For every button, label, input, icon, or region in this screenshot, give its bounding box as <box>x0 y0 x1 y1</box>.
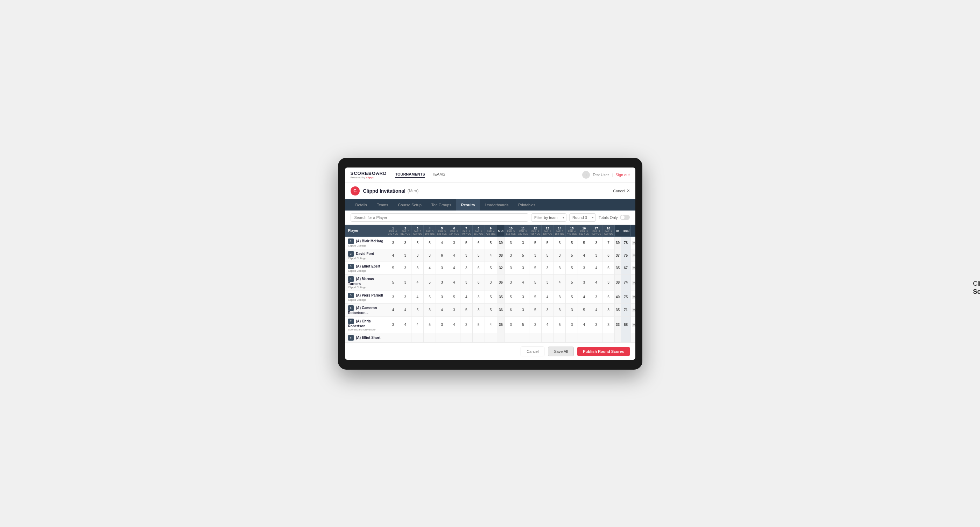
score-cell[interactable] <box>603 333 615 342</box>
score-cell[interactable]: 3 <box>387 237 399 249</box>
tab-printables[interactable]: Printables <box>513 199 540 211</box>
score-cell[interactable]: 5 <box>529 274 541 290</box>
score-cell[interactable] <box>460 333 473 342</box>
score-cell[interactable]: 3 <box>436 290 448 303</box>
score-cell[interactable]: 3 <box>566 316 578 333</box>
score-cell[interactable] <box>412 333 424 342</box>
score-cell[interactable]: 3 <box>505 249 517 262</box>
score-cell[interactable]: 3 <box>387 290 399 303</box>
score-cell[interactable]: 5 <box>566 237 578 249</box>
score-cell[interactable]: 3 <box>387 316 399 333</box>
tab-tee-groups[interactable]: Tee Groups <box>426 199 456 211</box>
score-cell[interactable]: 3 <box>554 262 566 274</box>
score-cell[interactable]: 5 <box>566 274 578 290</box>
score-cell[interactable]: 4 <box>424 262 436 274</box>
sign-out-link[interactable]: Sign out <box>616 173 629 177</box>
score-cell[interactable]: 5 <box>424 274 436 290</box>
tab-details[interactable]: Details <box>351 199 372 211</box>
score-cell[interactable]: 3 <box>529 316 541 333</box>
score-cell[interactable]: 3 <box>603 316 615 333</box>
score-cell[interactable]: 5 <box>485 262 497 274</box>
score-cell[interactable]: 3 <box>554 237 566 249</box>
score-cell[interactable] <box>578 333 590 342</box>
score-cell[interactable]: 4 <box>412 274 424 290</box>
score-cell[interactable]: 5 <box>387 274 399 290</box>
score-cell[interactable]: 4 <box>448 249 460 262</box>
wd-badge[interactable]: WD <box>632 281 635 285</box>
score-cell[interactable] <box>554 333 566 342</box>
score-cell[interactable]: 5 <box>460 237 473 249</box>
score-cell[interactable]: 3 <box>399 274 412 290</box>
score-cell[interactable]: 4 <box>436 237 448 249</box>
score-cell[interactable]: 3 <box>460 316 473 333</box>
save-all-button[interactable]: Save All <box>548 346 574 356</box>
tab-course-setup[interactable]: Course Setup <box>393 199 426 211</box>
score-cell[interactable] <box>436 333 448 342</box>
score-cell[interactable]: 5 <box>529 303 541 316</box>
score-cell[interactable]: 3 <box>412 262 424 274</box>
score-cell[interactable]: 4 <box>448 274 460 290</box>
score-cell[interactable] <box>399 333 412 342</box>
score-cell[interactable]: 3 <box>517 290 529 303</box>
tab-leaderboards[interactable]: Leaderboards <box>480 199 513 211</box>
score-cell[interactable]: 6 <box>473 237 485 249</box>
totals-only-switch[interactable] <box>620 215 630 220</box>
score-cell[interactable]: 4 <box>460 290 473 303</box>
wd-badge[interactable]: WD <box>632 254 635 257</box>
score-cell[interactable] <box>590 333 603 342</box>
score-cell[interactable]: 4 <box>541 290 554 303</box>
score-cell[interactable]: 3 <box>505 237 517 249</box>
score-cell[interactable]: 5 <box>473 249 485 262</box>
score-cell[interactable]: 5 <box>424 290 436 303</box>
score-cell[interactable]: 4 <box>387 249 399 262</box>
score-cell[interactable]: 3 <box>590 249 603 262</box>
score-cell[interactable]: 5 <box>566 262 578 274</box>
score-cell[interactable]: 3 <box>578 274 590 290</box>
score-cell[interactable]: 3 <box>529 249 541 262</box>
score-cell[interactable]: 3 <box>590 290 603 303</box>
score-cell[interactable]: 3 <box>578 262 590 274</box>
score-cell[interactable]: 3 <box>399 237 412 249</box>
score-cell[interactable]: 3 <box>505 274 517 290</box>
score-cell[interactable]: 3 <box>399 249 412 262</box>
score-cell[interactable]: 4 <box>412 290 424 303</box>
score-cell[interactable]: 4 <box>448 316 460 333</box>
score-cell[interactable]: 5 <box>603 290 615 303</box>
filter-team-select[interactable]: Filter by team <box>531 213 566 222</box>
score-cell[interactable]: 5 <box>541 249 554 262</box>
score-cell[interactable]: 5 <box>473 316 485 333</box>
score-cell[interactable]: 5 <box>485 290 497 303</box>
footer-cancel-button[interactable]: Cancel <box>520 346 544 356</box>
score-cell[interactable]: 5 <box>517 316 529 333</box>
score-cell[interactable]: 5 <box>505 290 517 303</box>
score-cell[interactable]: 5 <box>448 290 460 303</box>
score-cell[interactable]: 4 <box>436 303 448 316</box>
publish-round-scores-button[interactable]: Publish Round Scores <box>577 347 629 356</box>
score-cell[interactable]: 3 <box>399 290 412 303</box>
score-cell[interactable] <box>424 333 436 342</box>
score-cell[interactable]: 6 <box>603 262 615 274</box>
score-cell[interactable]: 3 <box>554 290 566 303</box>
score-cell[interactable]: 3 <box>485 274 497 290</box>
score-cell[interactable]: 4 <box>541 316 554 333</box>
score-cell[interactable]: 4 <box>448 262 460 274</box>
score-cell[interactable]: 6 <box>603 249 615 262</box>
score-cell[interactable]: 3 <box>541 303 554 316</box>
score-cell[interactable]: 5 <box>529 237 541 249</box>
score-cell[interactable]: 3 <box>541 262 554 274</box>
tab-teams[interactable]: Teams <box>372 199 393 211</box>
score-cell[interactable]: 3 <box>460 262 473 274</box>
score-cell[interactable]: 3 <box>460 274 473 290</box>
score-cell[interactable]: 4 <box>517 274 529 290</box>
score-cell[interactable]: 3 <box>603 274 615 290</box>
score-cell[interactable]: 4 <box>578 249 590 262</box>
nav-tournaments[interactable]: TOURNAMENTS <box>395 172 425 178</box>
score-cell[interactable]: 7 <box>603 237 615 249</box>
score-cell[interactable]: 4 <box>554 274 566 290</box>
score-cell[interactable]: 3 <box>505 262 517 274</box>
score-cell[interactable]: 5 <box>566 249 578 262</box>
score-cell[interactable]: 5 <box>517 249 529 262</box>
score-cell[interactable]: 3 <box>460 249 473 262</box>
score-cell[interactable]: 3 <box>517 237 529 249</box>
score-cell[interactable]: 4 <box>590 262 603 274</box>
